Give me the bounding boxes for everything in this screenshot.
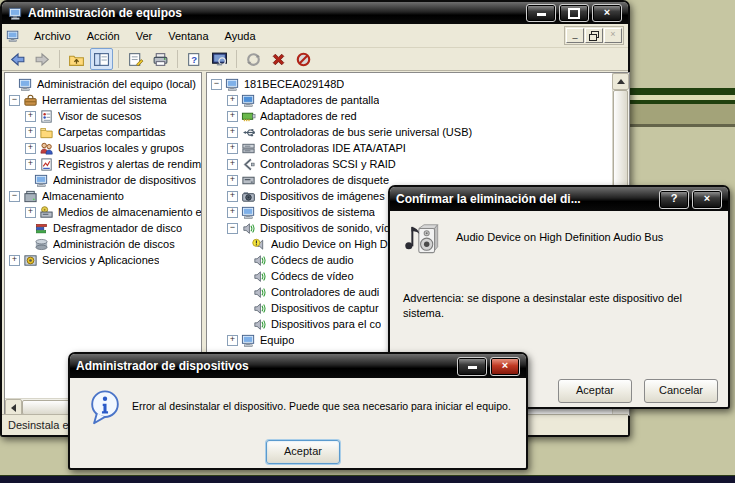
tree-item[interactable]: +Controladoras SCSI y RAID [207, 156, 613, 172]
tree-item-label: Registros y alertas de rendim [58, 158, 201, 170]
collapse-icon[interactable]: − [211, 79, 222, 90]
tree-item[interactable]: +Servicios y Aplicaciones [5, 252, 201, 268]
expand-icon[interactable]: + [25, 159, 36, 170]
tree-item[interactable]: +Medios de almacenamiento e [5, 204, 201, 220]
tree-item-label: Controladores de disquete [260, 174, 389, 186]
minimize-button[interactable] [457, 357, 487, 376]
uninstall-icon[interactable] [292, 48, 315, 70]
tree-item-label: Usuarios locales y grupos [58, 142, 184, 154]
tree-item[interactable]: +Adaptadores de red [207, 108, 613, 124]
scan-hardware-icon[interactable] [208, 48, 231, 70]
expand-icon[interactable]: + [25, 143, 36, 154]
tree-spacer [243, 303, 249, 314]
expand-icon[interactable]: + [227, 143, 238, 154]
error-message: Error al desinstalar el dispositivo. Pue… [132, 400, 511, 412]
tree-item[interactable]: +Controladoras IDE ATA/ATAPI [207, 140, 613, 156]
tree-item[interactable]: −Almacenamiento [5, 188, 201, 204]
scroll-up-icon[interactable] [612, 73, 629, 90]
maximize-button[interactable] [559, 4, 589, 22]
tree-item[interactable]: Administración de discos [5, 236, 201, 252]
collapse-icon[interactable]: − [9, 95, 20, 106]
help-icon[interactable] [183, 48, 206, 70]
expand-icon[interactable]: + [25, 127, 36, 138]
mdi-minimize-icon[interactable]: _ [566, 28, 584, 43]
disable-icon[interactable] [267, 48, 290, 70]
tree-item[interactable]: +Carpetas compartidas [5, 124, 201, 140]
menu-bar: ArchivoAcciónVerVentanaAyuda _ × [2, 24, 628, 48]
expand-icon[interactable]: + [25, 207, 36, 218]
expand-icon[interactable]: + [227, 175, 238, 186]
expand-icon[interactable]: + [227, 95, 238, 106]
mdi-restore-icon[interactable] [585, 28, 603, 43]
collapse-icon[interactable]: − [227, 223, 238, 234]
help-button[interactable]: ? [659, 190, 689, 209]
warning-text: Advertencia: se dispone a desinstalar es… [403, 291, 713, 321]
expand-icon[interactable]: + [227, 159, 238, 170]
expand-icon[interactable]: + [25, 111, 36, 122]
minimize-button[interactable] [526, 4, 556, 22]
tree-item-label: Carpetas compartidas [58, 126, 166, 138]
menu-ver[interactable]: Ver [128, 27, 161, 45]
storage-icon [23, 189, 38, 204]
menu-archivo[interactable]: Archivo [26, 27, 79, 45]
cancel-button[interactable]: Cancelar [644, 379, 718, 403]
tree-item[interactable]: −181BECEA029148D [207, 76, 613, 92]
expand-icon[interactable]: + [227, 207, 238, 218]
toolbar [2, 48, 628, 71]
device-manager-error-dialog: Administrador de dispositivos × Error al… [68, 352, 528, 470]
close-button[interactable]: × [490, 357, 520, 376]
expand-icon[interactable]: + [227, 191, 238, 202]
chart-icon [39, 157, 54, 172]
console-tree-icon[interactable] [90, 48, 113, 70]
users-icon [39, 141, 54, 156]
dialog-title-bar[interactable]: Administrador de dispositivos × [70, 354, 526, 378]
menu-ayuda[interactable]: Ayuda [217, 27, 264, 45]
info-icon [86, 388, 124, 428]
speaker-icon [241, 221, 256, 236]
computer-icon [18, 77, 33, 92]
tree-item[interactable]: −Herramientas del sistema [5, 92, 201, 108]
tree-item[interactable]: Desfragmentador de disco [5, 220, 201, 236]
accept-button[interactable]: Aceptar [558, 379, 632, 403]
tree-item[interactable]: Administrador de dispositivos [5, 172, 201, 188]
expand-icon[interactable]: + [227, 127, 238, 138]
properties-icon[interactable] [124, 48, 147, 70]
menu-accion[interactable]: Acción [79, 27, 128, 45]
menu-ventana[interactable]: Ventana [160, 27, 216, 45]
dialog-title-bar[interactable]: Confirmar la eliminación del di... ? × [390, 187, 728, 211]
dialog-body: Error al desinstalar el dispositivo. Pue… [70, 378, 526, 468]
title-bar[interactable]: Administración de equipos × [2, 2, 628, 24]
expand-icon[interactable]: + [227, 111, 238, 122]
close-button[interactable]: × [692, 190, 722, 209]
tree-item[interactable]: +Adaptadores de pantalla [207, 92, 613, 108]
computer-icon [225, 77, 240, 92]
print-icon[interactable] [149, 48, 172, 70]
back-icon[interactable] [6, 48, 29, 70]
tree-item-label: Códecs de audio [271, 254, 354, 266]
tree-item-label: Equipo [260, 334, 294, 346]
tree-item[interactable]: +Registros y alertas de rendim [5, 156, 201, 172]
computer-icon [34, 173, 49, 188]
tree-spacer [243, 255, 249, 266]
tree-item[interactable]: +Usuarios locales y grupos [5, 140, 201, 156]
dialog-title: Confirmar la eliminación del di... [396, 192, 581, 206]
computer-icon [241, 205, 256, 220]
up-folder-icon[interactable] [65, 48, 88, 70]
tree-item[interactable]: +Controladoras de bus serie universal (U… [207, 124, 613, 140]
update-driver-icon[interactable] [242, 48, 265, 70]
computer-icon [8, 6, 23, 21]
expand-icon[interactable]: + [227, 335, 238, 346]
tree-item-label: Administrador de dispositivos [53, 174, 196, 186]
mdi-close-icon[interactable]: × [604, 28, 622, 43]
tree-item[interactable]: +Visor de sucesos [5, 108, 201, 124]
taskbar[interactable] [0, 475, 735, 483]
accept-button[interactable]: Aceptar [266, 440, 340, 464]
tree-item-label: Medios de almacenamiento e [58, 206, 201, 218]
tree-item[interactable]: Administración del equipo (local) [5, 76, 201, 92]
tree-item-label: Códecs de vídeo [271, 270, 354, 282]
toolbar-separator [177, 50, 178, 68]
collapse-icon[interactable]: − [9, 191, 20, 202]
expand-icon[interactable]: + [9, 255, 20, 266]
forward-icon[interactable] [31, 48, 54, 70]
close-button[interactable]: × [592, 4, 622, 22]
